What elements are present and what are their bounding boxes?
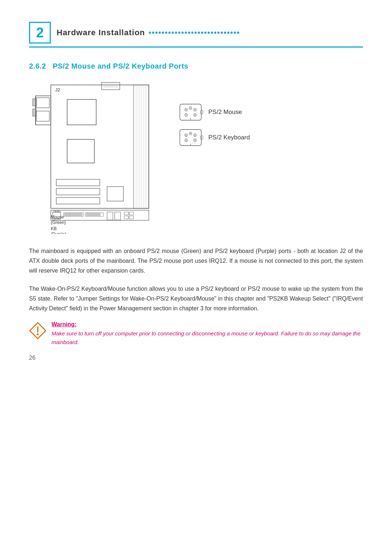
svg-rect-8	[67, 99, 96, 125]
svg-rect-40	[72, 213, 75, 216]
svg-rect-24	[56, 188, 100, 195]
svg-rect-22	[67, 139, 94, 163]
svg-rect-51	[124, 216, 128, 219]
svg-rect-38	[65, 213, 68, 216]
svg-text:J2: J2	[55, 87, 60, 93]
svg-text:KB: KB	[51, 226, 57, 231]
svg-point-77	[195, 140, 195, 141]
svg-point-59	[190, 108, 191, 109]
svg-point-63	[186, 115, 187, 115]
svg-rect-2	[36, 96, 51, 125]
warning-content: Warning: Make sure to turn off your comp…	[52, 321, 363, 347]
svg-rect-5	[36, 98, 49, 108]
svg-point-65	[195, 115, 195, 115]
svg-point-75	[186, 140, 187, 141]
section-number: 2.6.2	[29, 62, 46, 70]
section-title: PS/2 Mouse and PS/2 Keyboard Ports	[53, 62, 188, 70]
ps2-mouse-label: PS/2 Mouse	[208, 109, 242, 116]
svg-rect-79	[201, 136, 203, 139]
svg-rect-53	[129, 216, 134, 219]
svg-point-69	[186, 135, 187, 135]
warning-box: Warning: Make sure to turn off your comp…	[29, 321, 363, 347]
svg-rect-39	[68, 213, 71, 216]
chapter-dots-decoration	[149, 32, 239, 34]
svg-rect-67	[201, 110, 203, 114]
svg-rect-9	[134, 85, 149, 208]
svg-point-57	[186, 109, 187, 110]
ps2-keyboard-legend-item: PS/2 Keyboard	[178, 128, 250, 147]
svg-rect-44	[86, 213, 89, 216]
svg-point-71	[190, 133, 191, 134]
chapter-number: 2	[29, 22, 51, 44]
svg-point-73	[195, 135, 195, 135]
ps2-connector-legend: PS/2 Mouse	[178, 103, 250, 147]
svg-rect-45	[90, 213, 93, 216]
ps2-mouse-connector-icon	[178, 103, 203, 121]
svg-rect-46	[94, 213, 97, 216]
svg-rect-23	[56, 179, 100, 186]
svg-rect-47	[97, 213, 100, 216]
svg-text:(Purple): (Purple)	[51, 232, 66, 234]
svg-rect-41	[75, 213, 78, 216]
svg-point-81	[37, 334, 39, 335]
motherboard-diagram: J2	[29, 81, 163, 235]
svg-text:(Green): (Green)	[51, 220, 66, 225]
svg-rect-50	[124, 212, 128, 215]
warning-title: Warning:	[52, 321, 363, 328]
warning-text: Make sure to turn off your computer prio…	[52, 329, 363, 347]
svg-rect-49	[115, 212, 121, 220]
svg-point-61	[195, 109, 195, 110]
svg-rect-52	[129, 212, 134, 215]
body-paragraph-1: The mainboard is equipped with an onboar…	[29, 246, 363, 276]
chapter-title-text: Hardware Installation	[57, 28, 145, 37]
body-paragraph-2: The Wake-On-PS/2 Keyboard/Mouse function…	[29, 284, 363, 314]
svg-rect-26	[107, 187, 123, 201]
svg-rect-25	[56, 197, 100, 204]
section-heading: 2.6.2 PS/2 Mouse and PS/2 Keyboard Ports	[29, 62, 363, 70]
chapter-title: Hardware Installation	[57, 28, 239, 37]
ps2-keyboard-connector-icon	[178, 128, 203, 147]
page-number: 26	[29, 355, 36, 361]
svg-rect-42	[79, 213, 82, 216]
ps2-mouse-legend-item: PS/2 Mouse	[178, 103, 250, 121]
page-container: 2 Hardware Installation 2.6.2 PS/2 Mouse…	[0, 0, 392, 376]
svg-rect-6	[36, 111, 49, 121]
chapter-header: 2 Hardware Installation	[29, 22, 363, 48]
diagram-container: J2	[29, 81, 363, 235]
warning-icon	[29, 322, 46, 339]
svg-rect-48	[107, 212, 113, 220]
ps2-keyboard-label: PS/2 Keyboard	[208, 134, 250, 141]
